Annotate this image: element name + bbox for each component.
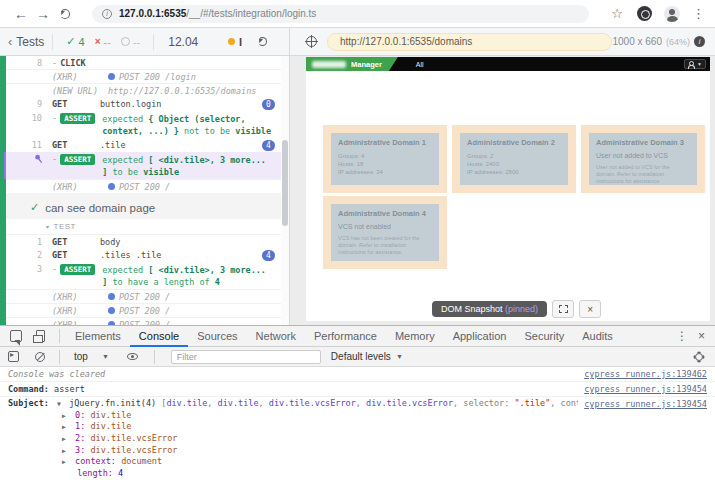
- domain-tile-4[interactable]: Administrative Domain 4 VCS not enabled …: [323, 196, 447, 269]
- tree-row[interactable]: length: 4: [62, 467, 715, 479]
- command-arg: button.login: [100, 99, 256, 109]
- device-toolbar-icon[interactable]: [36, 330, 45, 342]
- tab-memory[interactable]: Memory: [386, 326, 444, 347]
- clear-console-icon[interactable]: [35, 352, 45, 362]
- tab-application[interactable]: Application: [444, 326, 516, 347]
- app-tab-all[interactable]: All: [416, 61, 424, 68]
- xhr-tag: (XHR): [52, 72, 108, 82]
- reload-icon[interactable]: [60, 9, 70, 19]
- inspect-element-icon[interactable]: [10, 330, 22, 342]
- xhr-row[interactable]: (XHR) POST 200 /: [6, 303, 281, 317]
- assert-message: expected [ <div.tile>, 3 more... ] to be…: [102, 154, 275, 178]
- tab-audits[interactable]: Audits: [573, 326, 622, 347]
- tab-sources[interactable]: Sources: [188, 326, 246, 347]
- assert-text: expected: [102, 155, 148, 165]
- command-row-get-body[interactable]: 1 GET body: [6, 235, 281, 248]
- xhr-dot-icon: [108, 183, 115, 190]
- new-url-row[interactable]: (NEW URL) http://127.0.0.1:6535/domains: [6, 83, 281, 97]
- command-arg: .tile: [100, 140, 256, 150]
- expand-caret-icon: ▶: [62, 423, 66, 431]
- object-class-name: jQuery.fn.init(4): [69, 398, 156, 408]
- domain-tile-3[interactable]: Administrative Domain 3 User not added t…: [581, 125, 705, 193]
- tree-row[interactable]: ▶ 1: div.tile: [62, 421, 715, 433]
- tree-row[interactable]: ▶ 2: div.tile.vcsError: [62, 432, 715, 444]
- reporter-scrollbar[interactable]: [281, 56, 289, 325]
- xhr-row[interactable]: (XHR) POST 200 /: [6, 317, 281, 325]
- domain-tile-2[interactable]: Administrative Domain 2 Groups: 2 Hosts:…: [452, 125, 576, 193]
- test-body-section-header[interactable]: ▾ TEST: [6, 219, 281, 235]
- tab-performance[interactable]: Performance: [305, 326, 386, 347]
- close-snapshot-button[interactable]: ×: [579, 300, 601, 318]
- command-row-click[interactable]: 8 - CLICK: [6, 56, 281, 69]
- app-user-menu[interactable]: ▼: [684, 59, 706, 69]
- tree-row[interactable]: ▶ context: document: [62, 455, 715, 467]
- forward-icon[interactable]: →: [32, 6, 54, 22]
- console-command-row: Command: assert cypress_runner.js:139454: [0, 382, 715, 397]
- command-row-get-tile[interactable]: 11 GET .tile 4: [6, 138, 281, 152]
- test-title-text: can see domain page: [45, 202, 155, 214]
- bookmark-star-icon[interactable]: ☆: [611, 6, 623, 21]
- command-number: 11: [6, 140, 52, 150]
- tree-row[interactable]: ▶ 3: div.tile.vcsError: [62, 444, 715, 456]
- command-name: GET: [52, 250, 100, 260]
- back-icon[interactable]: ←: [10, 6, 32, 22]
- element-count-badge: 4: [262, 140, 275, 151]
- assert-row-not-visible[interactable]: 10 - ASSERT expected { Object (selector,…: [6, 111, 281, 138]
- source-link[interactable]: cypress_runner.js:139454: [578, 399, 707, 409]
- xhr-row[interactable]: (XHR) POST 200 /login: [6, 69, 281, 83]
- rerun-tests-icon[interactable]: [258, 37, 267, 46]
- tile-subtitle: VCS not enabled: [338, 223, 432, 230]
- tile-line: Groups: 2: [467, 152, 561, 160]
- collapse-caret-icon: ▾: [46, 223, 50, 230]
- aut-url-bar[interactable]: http://127.0.0.1:6535/domains: [327, 33, 612, 51]
- xhr-dot-icon: [108, 73, 115, 80]
- source-link[interactable]: cypress_runner.js:139454: [578, 384, 707, 394]
- assert-row-length[interactable]: 3 - ASSERT expected [ <div.tile>, 3 more…: [6, 262, 281, 289]
- tab-security[interactable]: Security: [515, 326, 573, 347]
- scrollbar-thumb[interactable]: [282, 140, 288, 226]
- xhr-text: POST 200 /login: [119, 72, 196, 82]
- tree-value: div.tile: [90, 421, 131, 431]
- tile-subtitle: User not added to VCS: [596, 152, 690, 159]
- console-settings-gear-icon[interactable]: [695, 353, 703, 361]
- tab-network[interactable]: Network: [247, 326, 305, 347]
- devtools-menu-icon[interactable]: ⋮: [676, 329, 688, 343]
- domain-tile-1[interactable]: Administrative Domain 1 Groups: 4 Hosts:…: [323, 125, 447, 193]
- pinned-assert-row[interactable]: - ASSERT expected [ <div.tile>, 3 more..…: [4, 152, 281, 179]
- console-sidebar-icon[interactable]: [8, 351, 19, 362]
- live-expression-eye-icon[interactable]: [127, 353, 138, 360]
- log-levels-dropdown[interactable]: Default levels ▼: [331, 351, 403, 362]
- frame-selector[interactable]: top ▼: [66, 351, 117, 362]
- tab-elements[interactable]: Elements: [66, 326, 130, 347]
- console-cleared-text: Console was cleared: [8, 369, 105, 379]
- studio-toggle[interactable]: I: [228, 36, 242, 48]
- tab-console[interactable]: Console: [130, 326, 188, 347]
- snapshot-label: DOM Snapshot: [441, 304, 503, 314]
- test-title-can-see-domain-page[interactable]: ✓ can see domain page: [6, 193, 281, 219]
- devtools-close-icon[interactable]: ×: [698, 329, 705, 343]
- command-row-get-button-login[interactable]: 9 GET button.login 0: [6, 97, 281, 111]
- page-info-icon[interactable]: i: [102, 9, 112, 19]
- extension-icon[interactable]: [637, 6, 652, 21]
- address-bar[interactable]: i 127.0.0.1:6535/__/#/tests/integration/…: [92, 5, 589, 23]
- command-log-test2: ▾ TEST 1 GET body 2 GET .tiles .tile 4 3…: [6, 219, 281, 325]
- profile-avatar[interactable]: [664, 6, 680, 22]
- unpin-snapshot-button[interactable]: [552, 300, 574, 318]
- expander-caret-icon[interactable]: ▼: [57, 400, 61, 408]
- console-filter-input[interactable]: [171, 350, 321, 364]
- tree-row[interactable]: ▶ 0: div.tile: [62, 409, 715, 421]
- source-link[interactable]: cypress_runner.js:139462: [578, 369, 707, 379]
- browser-menu-icon[interactable]: ⋮: [692, 6, 705, 21]
- xhr-text: POST 200 /: [119, 306, 170, 316]
- xhr-row[interactable]: (XHR) POST 200 /: [6, 179, 281, 193]
- back-to-tests-button[interactable]: ‹ Tests: [8, 34, 44, 49]
- xhr-tag: (XHR): [52, 182, 108, 192]
- child-dash: -: [52, 58, 57, 68]
- xhr-row[interactable]: (XHR) POST 200 /: [6, 289, 281, 303]
- user-icon: [688, 61, 693, 68]
- command-row-get-tiles[interactable]: 2 GET .tiles .tile 4: [6, 248, 281, 262]
- selector-playground-icon[interactable]: [306, 36, 317, 47]
- viewport-info-icon[interactable]: i: [694, 36, 705, 47]
- assert-badge: ASSERT: [60, 264, 95, 275]
- expand-caret-icon: ▶: [62, 447, 66, 455]
